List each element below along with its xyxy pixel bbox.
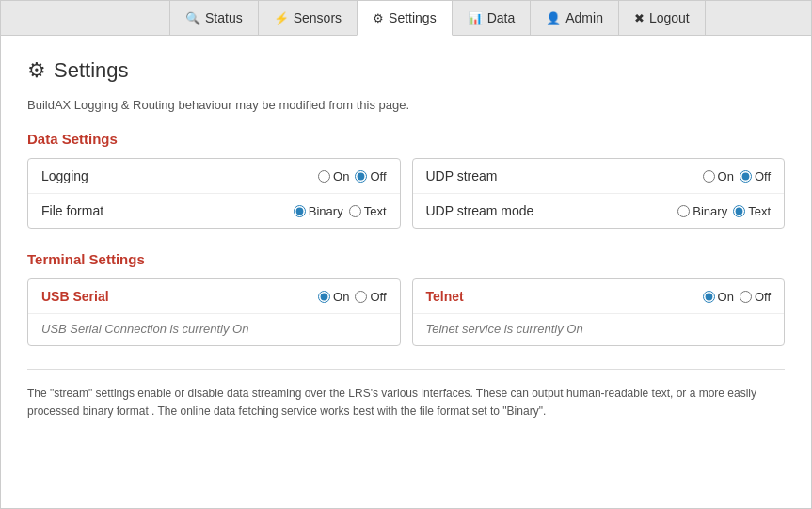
telnet-status: Telnet service is currently On — [413, 314, 785, 345]
file-format-row: File format Binary Text — [28, 194, 400, 228]
logging-row: Logging On Off — [28, 159, 400, 194]
logging-off-label: Off — [370, 169, 386, 183]
udp-stream-on-radio[interactable] — [703, 170, 715, 183]
udp-stream-label: UDP stream — [426, 168, 703, 183]
nav-tab-admin[interactable]: 👤Admin — [530, 1, 619, 35]
udp-stream-on-option[interactable]: On — [703, 169, 734, 183]
telnet-on-option[interactable]: On — [703, 290, 734, 304]
data-settings-grid: Logging On Off File format — [27, 158, 785, 229]
nav-tab-data[interactable]: 📊Data — [452, 1, 532, 35]
usb-serial-on-radio[interactable] — [318, 291, 330, 303]
logging-on-label: On — [333, 169, 349, 183]
data-settings-right-box: UDP stream On Off UDP stream mo — [412, 158, 786, 229]
udp-stream-mode-label: UDP stream mode — [426, 203, 678, 218]
logging-off-option[interactable]: Off — [355, 169, 386, 183]
udp-stream-mode-text-option[interactable]: Text — [733, 204, 771, 218]
telnet-row: Telnet On Off — [413, 279, 785, 314]
app-container: 🔍Status⚡Sensors⚙Settings📊Data👤Admin✖Logo… — [0, 0, 812, 509]
terminal-settings-grid: USB Serial On Off USB Serial Connection … — [27, 278, 785, 346]
sensors-nav-label: Sensors — [294, 10, 342, 25]
data-settings-left-box: Logging On Off File format — [27, 158, 401, 229]
usb-serial-label: USB Serial — [41, 289, 318, 304]
usb-serial-status: USB Serial Connection is currently On — [28, 314, 400, 345]
logout-nav-label: Logout — [649, 10, 690, 25]
udp-stream-off-option[interactable]: Off — [740, 169, 771, 183]
nav-bar: 🔍Status⚡Sensors⚙Settings📊Data👤Admin✖Logo… — [1, 1, 811, 36]
udp-stream-mode-text-radio[interactable] — [733, 205, 745, 217]
udp-stream-mode-binary-option[interactable]: Binary — [677, 204, 727, 218]
file-format-text-label: Text — [364, 204, 387, 218]
admin-nav-label: Admin — [565, 10, 603, 25]
file-format-binary-radio[interactable] — [294, 205, 306, 217]
logging-radio-group: On Off — [318, 169, 386, 183]
usb-serial-on-label: On — [333, 290, 349, 304]
status-nav-icon: 🔍 — [185, 11, 200, 25]
telnet-on-label: On — [718, 290, 734, 304]
data-nav-label: Data — [487, 10, 516, 25]
content: ⚙ Settings BuildAX Logging & Routing beh… — [1, 36, 811, 443]
usb-serial-off-option[interactable]: Off — [355, 290, 386, 304]
file-format-radio-group: Binary Text — [294, 204, 387, 218]
udp-stream-off-label: Off — [755, 169, 771, 183]
usb-serial-off-label: Off — [370, 290, 386, 304]
udp-stream-mode-binary-label: Binary — [693, 204, 727, 218]
settings-nav-icon: ⚙ — [373, 11, 384, 25]
telnet-on-radio[interactable] — [703, 291, 715, 303]
udp-stream-mode-row: UDP stream mode Binary Text — [413, 194, 785, 228]
usb-serial-on-option[interactable]: On — [318, 290, 349, 304]
udp-stream-radio-group: On Off — [703, 169, 771, 183]
sensors-nav-icon: ⚡ — [274, 11, 289, 25]
page-subtitle: BuildAX Logging & Routing behaviour may … — [27, 98, 785, 112]
logging-on-radio[interactable] — [318, 170, 330, 183]
page-title: ⚙ Settings — [27, 58, 785, 83]
telnet-off-option[interactable]: Off — [740, 290, 771, 304]
usb-serial-radio-group: On Off — [318, 290, 386, 304]
telnet-off-label: Off — [755, 290, 771, 304]
udp-stream-on-label: On — [718, 169, 734, 183]
nav-tab-logout[interactable]: ✖Logout — [618, 1, 706, 35]
udp-stream-row: UDP stream On Off — [413, 159, 785, 194]
file-format-binary-label: Binary — [309, 204, 343, 218]
terminal-settings-title: Terminal Settings — [27, 251, 785, 267]
file-format-text-radio[interactable] — [349, 205, 361, 217]
file-format-text-option[interactable]: Text — [349, 204, 387, 218]
nav-tab-status[interactable]: 🔍Status — [169, 1, 259, 35]
telnet-box: Telnet On Off Telnet service is currentl… — [412, 278, 786, 346]
udp-stream-mode-text-label: Text — [748, 204, 771, 218]
logging-label: Logging — [41, 168, 318, 183]
telnet-off-radio[interactable] — [740, 291, 752, 303]
nav-tab-sensors[interactable]: ⚡Sensors — [258, 1, 358, 35]
admin-nav-icon: 👤 — [546, 11, 561, 25]
logging-off-radio[interactable] — [355, 170, 367, 183]
telnet-radio-group: On Off — [703, 290, 771, 304]
settings-nav-label: Settings — [389, 10, 437, 25]
udp-stream-mode-binary-radio[interactable] — [677, 205, 690, 217]
data-nav-icon: 📊 — [468, 11, 483, 25]
file-format-label: File format — [41, 203, 294, 218]
footer-note: The "stream" settings enable or disable … — [27, 369, 785, 421]
logout-nav-icon: ✖ — [634, 11, 645, 25]
file-format-binary-option[interactable]: Binary — [294, 204, 343, 218]
udp-stream-off-radio[interactable] — [740, 170, 752, 183]
usb-serial-off-radio[interactable] — [355, 291, 367, 303]
telnet-label: Telnet — [426, 289, 703, 304]
data-settings-title: Data Settings — [27, 131, 785, 147]
status-nav-label: Status — [205, 10, 243, 25]
nav-tab-settings[interactable]: ⚙Settings — [357, 1, 453, 36]
settings-icon: ⚙ — [27, 58, 46, 83]
usb-serial-box: USB Serial On Off USB Serial Connection … — [27, 278, 401, 346]
logging-on-option[interactable]: On — [318, 169, 349, 183]
usb-serial-row: USB Serial On Off — [28, 279, 400, 314]
udp-stream-mode-radio-group: Binary Text — [677, 204, 771, 218]
